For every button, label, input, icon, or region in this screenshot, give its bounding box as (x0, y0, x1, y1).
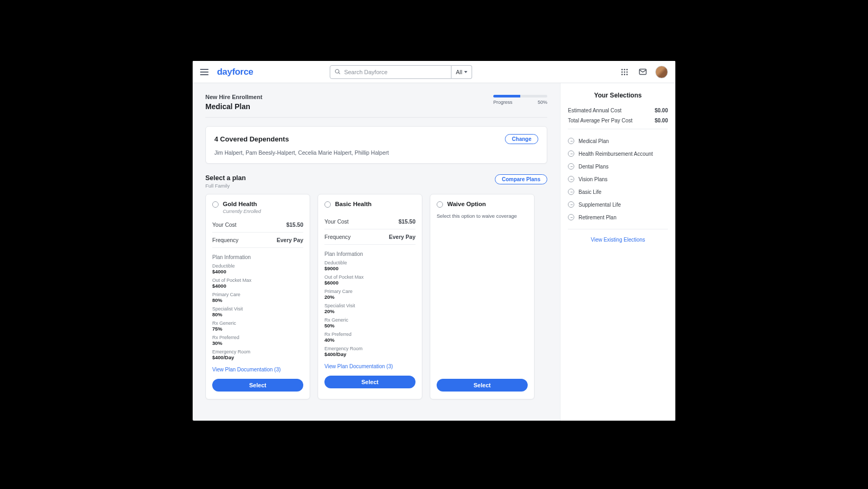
sidebar-item-label: Health Reimbursement Account (578, 151, 653, 157)
main: New Hire Enrollment Medical Plan Progres… (193, 83, 560, 421)
sidebar-item-vision[interactable]: Vision Plans (568, 173, 668, 185)
plan-radio-basic[interactable] (324, 201, 331, 208)
rx-preferred-value: 40% (324, 337, 415, 343)
mail-icon[interactable] (637, 67, 648, 77)
sidebar-item-medical[interactable]: Medical Plan (568, 135, 668, 147)
plan-name: Waive Option (447, 201, 486, 207)
plan-name: Basic Health (335, 201, 372, 207)
search-group: All (330, 65, 472, 79)
sidebar-row-label: Estimated Annual Cost (568, 108, 621, 113)
logo[interactable]: dayforce (217, 67, 253, 77)
frequency-value: Every Pay (389, 234, 415, 240)
select-plan-title: Select a plan (205, 174, 246, 182)
compare-plans-button[interactable]: Compare Plans (495, 174, 547, 184)
circle-icon (568, 163, 574, 170)
progress-label: Progress (493, 100, 512, 105)
er-value: $400/Day (324, 351, 415, 357)
view-elections-link[interactable]: View Existing Elections (568, 237, 668, 243)
svg-point-2 (626, 69, 628, 70)
oop-value: $4000 (212, 283, 303, 289)
dependents-card: 4 Covered Dependents Change Jim Halpert,… (205, 126, 547, 164)
page-title: Medical Plan (205, 102, 263, 111)
svg-point-6 (621, 74, 623, 75)
sidebar-item-hra[interactable]: Health Reimbursement Account (568, 147, 668, 160)
circle-icon (568, 138, 574, 144)
plan-grid: Gold Health Currently Enrolled Your Cost… (205, 194, 547, 399)
deductible-value: $4000 (212, 269, 303, 274)
primary-care-value: 20% (324, 294, 415, 300)
specialist-value: 20% (324, 308, 415, 314)
primary-care-value: 80% (212, 297, 303, 303)
circle-icon (568, 176, 574, 182)
svg-point-5 (626, 71, 628, 73)
progress-percent: 50% (538, 100, 547, 105)
frequency-value: Every Pay (277, 237, 303, 243)
specialist-label: Specialist Visit (324, 303, 415, 308)
svg-point-3 (621, 71, 623, 73)
sidebar-row-label: Total Average Per Pay Cost (568, 118, 632, 123)
app-window: dayforce All New Hir (193, 61, 675, 421)
avatar[interactable] (655, 66, 668, 78)
deductible-label: Deductible (324, 260, 415, 265)
progress-fill (493, 95, 520, 97)
search-input[interactable] (344, 69, 447, 75)
sidebar-title: Your Selections (568, 92, 668, 99)
rx-preferred-label: Rx Preferred (324, 332, 415, 337)
oop-value: $6000 (324, 280, 415, 286)
sidebar-item-label: Dental Plans (578, 164, 609, 170)
er-label: Emergency Room (324, 346, 415, 351)
dependents-title: 4 Covered Dependents (214, 135, 289, 143)
oop-label: Out of Pocket Max (324, 274, 415, 280)
sidebar-item-label: Vision Plans (578, 176, 608, 182)
your-cost-value: $15.50 (399, 218, 415, 225)
sidebar-item-label: Basic Life (578, 189, 601, 195)
breadcrumb: New Hire Enrollment (205, 94, 263, 100)
plan-radio-waive[interactable] (437, 201, 443, 208)
svg-point-7 (624, 74, 626, 75)
er-value: $400/Day (212, 354, 303, 360)
sidebar-item-dental[interactable]: Dental Plans (568, 160, 668, 173)
sidebar-item-basic-life[interactable]: Basic Life (568, 185, 668, 198)
svg-point-0 (621, 69, 623, 70)
search-icon (334, 68, 341, 75)
your-cost-value: $15.50 (286, 221, 303, 228)
sidebar-item-label: Medical Plan (578, 138, 609, 144)
select-plan-subtitle: Full Family (205, 183, 246, 189)
search-filter-dropdown[interactable]: All (451, 65, 472, 79)
svg-point-1 (624, 69, 626, 70)
plan-doc-link[interactable]: View Plan Documentation (3) (212, 367, 303, 372)
plan-doc-link[interactable]: View Plan Documentation (3) (324, 363, 415, 369)
progress-bar (493, 95, 547, 97)
menu-button[interactable] (200, 67, 211, 77)
plan-radio-gold[interactable] (212, 201, 219, 208)
plan-card-waive: Waive Option Select this option to waive… (430, 194, 535, 399)
svg-point-4 (624, 71, 626, 73)
sidebar-item-supp-life[interactable]: Supplemental Life (568, 198, 668, 211)
rx-preferred-value: 30% (212, 340, 303, 346)
select-plan-button-waive[interactable]: Select (437, 379, 528, 392)
circle-icon (568, 189, 574, 195)
plan-info-label: Plan Information (212, 254, 303, 260)
page-header: New Hire Enrollment Medical Plan Progres… (205, 94, 547, 118)
deductible-label: Deductible (212, 263, 303, 269)
apps-icon[interactable] (619, 67, 630, 77)
search-box[interactable] (330, 65, 451, 79)
plan-card-basic: Basic Health Your Cost$15.50 FrequencyEv… (318, 194, 422, 399)
er-label: Emergency Room (212, 349, 303, 354)
body: New Hire Enrollment Medical Plan Progres… (193, 83, 675, 421)
svg-point-8 (626, 74, 628, 75)
deductible-value: $9000 (324, 265, 415, 271)
change-dependents-button[interactable]: Change (505, 134, 538, 144)
sidebar-item-retirement[interactable]: Retirement Plan (568, 211, 668, 224)
waive-description: Select this option to waive coverage (437, 213, 528, 219)
rx-preferred-label: Rx Preferred (212, 335, 303, 340)
sidebar-item-label: Supplemental Life (578, 202, 621, 208)
select-plan-button-basic[interactable]: Select (324, 376, 415, 388)
circle-icon (568, 150, 574, 157)
rx-generic-label: Rx Generic (212, 321, 303, 326)
topbar: dayforce All (193, 61, 675, 83)
sidebar: Your Selections Estimated Annual Cost $0… (560, 83, 675, 421)
plan-section-header: Select a plan Full Family Compare Plans (205, 174, 547, 189)
select-plan-button-gold[interactable]: Select (212, 379, 303, 392)
frequency-label: Frequency (212, 237, 239, 243)
